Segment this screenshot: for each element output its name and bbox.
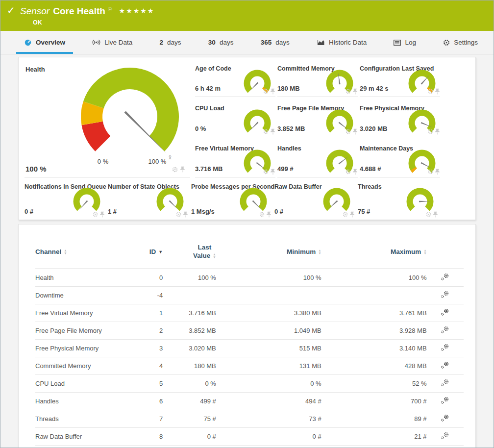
gauge-cell-age-of-code: Age of Code 6 h 42 m: [195, 57, 275, 97]
gear-icon[interactable]: [428, 169, 433, 174]
table-row[interactable]: Downtime -4: [35, 287, 464, 304]
priority-stars[interactable]: ★★★★★: [119, 7, 155, 15]
mini-gauge-grid: Age of Code 6 h 42 m Committed Memory 18…: [195, 57, 440, 177]
column-header-minimum[interactable]: Minimum▲▼: [216, 235, 321, 269]
sort-desc-icon: ▼: [158, 249, 163, 254]
pin-icon[interactable]: [183, 211, 188, 218]
cell-channel: Committed Memory: [35, 357, 130, 375]
gauge-title: Raw Data Buffer: [274, 183, 322, 190]
gauge-min-label: 0 %: [98, 158, 109, 165]
cell-minimum: 494 #: [216, 393, 321, 410]
tab-historic-data[interactable]: Historic Data: [308, 31, 375, 54]
flag-icon[interactable]: ⚐: [108, 6, 113, 13]
table-row[interactable]: Free Virtual Memory 1 3.716 MB 3.380 MB …: [35, 304, 464, 322]
gauge-title: Threads: [358, 183, 382, 190]
gear-icon[interactable]: [263, 89, 269, 94]
gauge-value: 3.716 MB: [195, 165, 222, 173]
column-header-channel[interactable]: Channel▲▼: [35, 235, 130, 269]
cell-last-value: 180 MB: [163, 357, 216, 375]
pin-icon[interactable]: [267, 211, 272, 218]
table-row[interactable]: Threads 7 75 # 73 # 89 #: [35, 410, 464, 428]
pin-icon[interactable]: [271, 128, 275, 135]
pin-icon[interactable]: [433, 211, 438, 218]
table-row[interactable]: Free Page File Memory 2 3.852 MB 1.049 M…: [35, 322, 464, 340]
tab-live-data[interactable]: Live Data: [83, 31, 141, 54]
gear-icon[interactable]: [426, 212, 431, 217]
channel-settings-icon[interactable]: [441, 379, 449, 387]
gauge-cell-number-of-state-objects: Number of State Objects 1 #: [108, 177, 188, 220]
cell-last-value: 75 #: [163, 410, 216, 428]
gear-icon[interactable]: [346, 89, 351, 94]
cell-channel: Free Page File Memory: [35, 322, 130, 340]
table-row[interactable]: CPU Load 5 0 % 0 % 52 %: [35, 375, 464, 393]
pin-icon[interactable]: [350, 211, 355, 218]
channel-settings-icon[interactable]: [441, 291, 449, 299]
pin-icon[interactable]: [180, 166, 185, 173]
cell-id: 3: [130, 340, 163, 357]
cell-id: 1: [130, 304, 163, 322]
gauge-value: 3.852 MB: [277, 125, 305, 132]
pin-icon[interactable]: [353, 128, 358, 135]
gauge-title: CPU Load: [195, 105, 224, 112]
pin-icon[interactable]: [435, 128, 440, 135]
tab-30-days[interactable]: 30 days: [199, 31, 243, 54]
gauge-value: 180 MB: [277, 85, 300, 92]
channel-settings-icon[interactable]: [441, 273, 449, 281]
gear-icon[interactable]: [172, 167, 178, 173]
health-gauge-value: 100 %: [25, 165, 47, 173]
cell-maximum: 3.928 MB: [321, 322, 427, 340]
gear-icon[interactable]: [176, 212, 181, 217]
gear-icon[interactable]: [263, 129, 269, 134]
pin-icon[interactable]: [353, 169, 358, 175]
cell-maximum: 100 %: [321, 269, 427, 287]
gauge-value: 6 h 42 m: [195, 85, 221, 92]
table-row[interactable]: Health 0 100 % 100 % 100 %: [35, 269, 464, 287]
table-row[interactable]: Committed Memory 4 180 MB 131 MB 428 MB: [35, 357, 464, 375]
tab-2-days[interactable]: 2 days: [151, 31, 190, 54]
average-marker: x̄: [169, 154, 172, 160]
tab-overview[interactable]: Overview: [15, 31, 74, 54]
pin-icon[interactable]: [100, 211, 105, 218]
pin-icon[interactable]: [271, 88, 275, 95]
table-row[interactable]: Raw Data Buffer 8 0 # 0 # 21 #: [35, 428, 464, 446]
gear-icon[interactable]: [263, 169, 269, 174]
gear-icon[interactable]: [259, 212, 265, 217]
gauge-cell-maintenance-days: Maintenance Days 4.688 #: [360, 137, 440, 177]
column-header-last-value[interactable]: Last Value▲▼: [163, 235, 216, 269]
channel-settings-icon[interactable]: [441, 344, 449, 351]
pin-icon[interactable]: [435, 88, 440, 95]
gear-icon[interactable]: [346, 169, 351, 174]
broadcast-icon: [92, 39, 100, 46]
gauge-dial: [72, 186, 102, 215]
log-icon: [394, 40, 401, 46]
table-row[interactable]: Free Physical Memory 3 3.020 MB 515 MB 3…: [35, 340, 464, 357]
gear-icon[interactable]: [93, 212, 98, 217]
gear-icon[interactable]: [428, 129, 433, 134]
pin-icon[interactable]: [435, 169, 440, 175]
column-header-maximum[interactable]: Maximum▲▼: [321, 235, 427, 269]
channel-settings-icon[interactable]: [441, 432, 449, 440]
tab-settings[interactable]: Settings: [434, 31, 487, 54]
sensor-header: ✓ SensorCore Health⚐★★★★★ OK: [0, 0, 494, 31]
channel-settings-icon[interactable]: [441, 361, 449, 369]
cell-id: 0: [130, 269, 163, 287]
gear-icon[interactable]: [346, 129, 351, 134]
pin-icon[interactable]: [271, 169, 275, 175]
gauge-cell-notifications-in-send-queue: Notifications in Send Queue 0 #: [25, 177, 105, 220]
cell-minimum: 515 MB: [216, 340, 321, 357]
tab-log[interactable]: Log: [385, 31, 425, 54]
channel-settings-icon[interactable]: [441, 414, 449, 422]
cell-channel: Raw Data Buffer: [35, 428, 130, 446]
channel-settings-icon[interactable]: [441, 397, 449, 404]
tab-365-days[interactable]: 365 days: [252, 31, 298, 54]
health-gauge-title: Health: [25, 66, 45, 73]
pin-icon[interactable]: [353, 88, 358, 95]
gear-icon[interactable]: [343, 212, 348, 217]
gear-icon[interactable]: [428, 89, 433, 94]
channel-settings-icon[interactable]: [441, 326, 449, 334]
column-header-id[interactable]: ID▼: [130, 235, 163, 269]
table-row[interactable]: Handles 6 499 # 494 # 700 #: [35, 393, 464, 410]
channel-settings-icon[interactable]: [441, 308, 449, 316]
cell-last-value: 0 %: [163, 375, 216, 393]
gauge-cell-committed-memory: Committed Memory 180 MB: [277, 57, 358, 97]
